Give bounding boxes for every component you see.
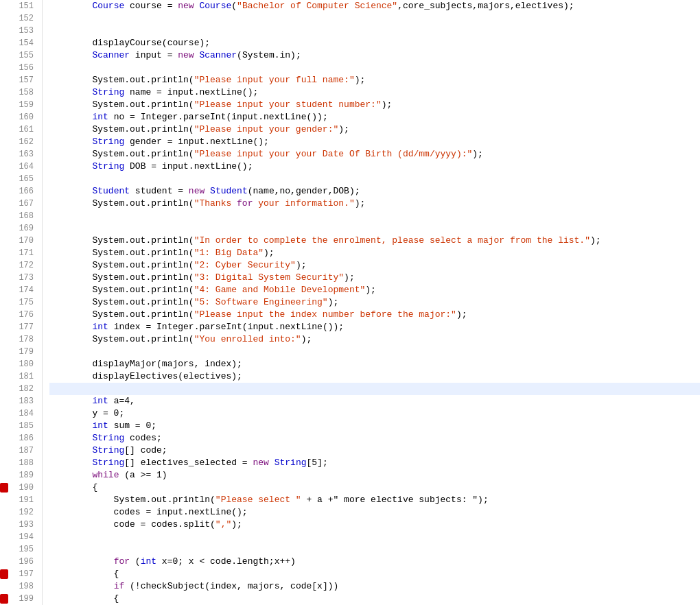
line-number: 162 xyxy=(0,136,39,148)
line-number: 167 xyxy=(0,198,39,210)
line-number: 154 xyxy=(0,37,39,49)
code-line: System.out.println("Please input your st… xyxy=(49,99,700,111)
code-line xyxy=(49,62,700,74)
code-line: displayElectives(electives); xyxy=(49,370,700,383)
code-line: System.out.println("Please input the ind… xyxy=(49,309,700,321)
code-line: System.out.println("1: Big Data"); xyxy=(49,247,700,259)
code-line: String DOB = input.nextLine(); xyxy=(49,161,700,173)
line-number: 186 xyxy=(0,432,39,444)
code-line: if (!checkSubject(index, majors, code[x]… xyxy=(49,580,700,593)
line-number: 190 xyxy=(0,482,39,494)
code-line: codes = input.nextLine(); xyxy=(49,506,700,519)
line-number: 184 xyxy=(0,407,39,420)
code-line: System.out.println("Please select " + a … xyxy=(49,494,700,506)
line-number: 173 xyxy=(0,272,39,284)
code-line xyxy=(49,222,700,235)
line-number: 169 xyxy=(0,222,39,235)
code-line: System.out.println("In order to complete… xyxy=(49,235,700,247)
line-number: 168 xyxy=(0,210,39,222)
line-number: 157 xyxy=(0,74,39,86)
line-number: 152 xyxy=(0,12,39,25)
line-number: 194 xyxy=(0,531,39,543)
code-area: Course course = new Course("Bachelor of … xyxy=(43,0,700,605)
code-line xyxy=(49,12,700,25)
line-number-gutter: 1511521531541551561571581591601611621631… xyxy=(0,0,43,605)
line-number: 177 xyxy=(0,321,39,333)
line-number: 187 xyxy=(0,444,39,457)
line-number: 181 xyxy=(0,370,39,383)
line-number: 183 xyxy=(0,395,39,407)
line-number: 176 xyxy=(0,309,39,321)
code-line: String gender = input.nextLine(); xyxy=(49,136,700,148)
line-number: 189 xyxy=(0,469,39,482)
line-number: 192 xyxy=(0,506,39,519)
code-line: int sum = 0; xyxy=(49,420,700,432)
line-number: 174 xyxy=(0,284,39,296)
line-number: 163 xyxy=(0,148,39,161)
code-line: String name = input.nextLine(); xyxy=(49,86,700,99)
code-line: Scanner input = new Scanner(System.in); xyxy=(49,49,700,62)
code-line: { xyxy=(49,593,700,605)
code-line xyxy=(49,210,700,222)
line-number: 175 xyxy=(0,296,39,309)
code-line xyxy=(49,531,700,543)
line-number: 185 xyxy=(0,420,39,432)
code-editor: 1511521531541551561571581591601611621631… xyxy=(0,0,700,605)
line-number: 199 xyxy=(0,593,39,605)
code-line: int a=4, xyxy=(49,395,700,407)
line-number: 153 xyxy=(0,25,39,37)
line-number: 166 xyxy=(0,185,39,198)
line-number: 178 xyxy=(0,333,39,346)
line-number: 170 xyxy=(0,235,39,247)
code-line: while (a >= 1) xyxy=(49,469,700,482)
code-line: System.out.println("Please input your ge… xyxy=(49,123,700,136)
code-line xyxy=(49,543,700,556)
line-number: 191 xyxy=(0,494,39,506)
code-line: int no = Integer.parseInt(input.nextLine… xyxy=(49,111,700,123)
code-line: System.out.println("5: Software Engineer… xyxy=(49,296,700,309)
line-number: 164 xyxy=(0,161,39,173)
code-line: System.out.println("3: Digital System Se… xyxy=(49,272,700,284)
code-line: displayMajor(majors, index); xyxy=(49,358,700,370)
code-line: Student student = new Student(name,no,ge… xyxy=(49,185,700,198)
code-line: System.out.println("Please input your yo… xyxy=(49,148,700,161)
code-line: System.out.println("4: Game and Mobile D… xyxy=(49,284,700,296)
line-number: 179 xyxy=(0,346,39,358)
line-number: 165 xyxy=(0,173,39,185)
line-number: 151 xyxy=(0,0,39,12)
line-number: 156 xyxy=(0,62,39,74)
line-number: 171 xyxy=(0,247,39,259)
code-line: System.out.println("2: Cyber Security"); xyxy=(49,259,700,272)
code-line: System.out.println("You enrolled into:")… xyxy=(49,333,700,346)
code-line xyxy=(49,25,700,37)
code-line: String[] electives_selected = new String… xyxy=(49,457,700,469)
line-number: 182 xyxy=(0,383,39,395)
line-number: 158 xyxy=(0,86,39,99)
line-number: 197 xyxy=(0,568,39,580)
code-line: { xyxy=(49,568,700,580)
code-line: y = 0; xyxy=(49,407,700,420)
code-line: System.out.println("Thanks for your info… xyxy=(49,198,700,210)
line-number: 196 xyxy=(0,556,39,568)
code-line: displayCourse(course); xyxy=(49,37,700,49)
code-line xyxy=(49,383,700,395)
line-number: 155 xyxy=(0,49,39,62)
line-number: 195 xyxy=(0,543,39,556)
line-number: 198 xyxy=(0,580,39,593)
code-line: { xyxy=(49,482,700,494)
code-line: int index = Integer.parseInt(input.nextL… xyxy=(49,321,700,333)
line-number: 180 xyxy=(0,358,39,370)
code-line xyxy=(49,173,700,185)
code-line: for (int x=0; x < code.length;x++) xyxy=(49,556,700,568)
code-line: code = codes.split(","); xyxy=(49,519,700,531)
line-number: 160 xyxy=(0,111,39,123)
code-line: String[] code; xyxy=(49,444,700,457)
code-line: String codes; xyxy=(49,432,700,444)
line-number: 159 xyxy=(0,99,39,111)
code-line: Course course = new Course("Bachelor of … xyxy=(49,0,700,12)
code-line: System.out.println("Please input your fu… xyxy=(49,74,700,86)
line-number: 161 xyxy=(0,123,39,136)
code-line xyxy=(49,346,700,358)
line-number: 188 xyxy=(0,457,39,469)
line-number: 172 xyxy=(0,259,39,272)
